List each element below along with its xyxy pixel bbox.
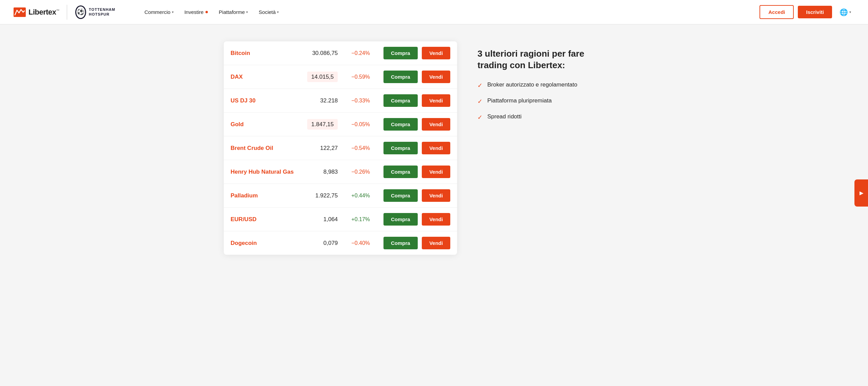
table-row: DAX 14.015,5 −0.59% Compra Vendi [224,65,457,89]
nav-societa[interactable]: Società ▾ [254,6,283,18]
asset-actions: Compra Vendi [377,231,457,255]
asset-change: −0.33% [344,89,377,113]
compra-button[interactable]: Compra [383,237,418,249]
feature-item: ✓Broker autorizzato e regolamentato [477,81,606,89]
accedi-button[interactable]: Accedi [760,5,794,19]
investire-dot [205,11,208,13]
nav-actions: Accedi Iscriviti 🌐 ▾ [760,5,854,19]
chevron-down-icon: ▾ [172,10,174,14]
asset-price: 122,27 [300,136,344,160]
asset-actions: Compra Vendi [377,184,457,208]
asset-price: 1.847,15 [300,113,344,136]
libertex-logo[interactable]: Libertex™ [14,7,59,17]
nav-investire[interactable]: Investire [180,6,213,18]
table-row: Palladium 1.922,75 +0.44% Compra Vendi [224,184,457,208]
compra-button[interactable]: Compra [383,118,418,131]
compra-button[interactable]: Compra [383,71,418,83]
asset-name: EUR/USD [224,208,300,231]
asset-change: −0.05% [344,113,377,136]
asset-name: Brent Crude Oil [224,136,300,160]
table-row: Henry Hub Natural Gas 8,983 −0.26% Compr… [224,160,457,184]
globe-icon: 🌐 [840,8,848,16]
feature-text: Spread ridotti [487,113,521,120]
asset-actions: Compra Vendi [377,89,457,113]
table-row: Bitcoin 30.086,75 −0.24% Compra Vendi [224,41,457,65]
language-selector[interactable]: 🌐 ▾ [836,6,854,18]
sidebar-info: 3 ulteriori ragioni per fare trading con… [477,41,606,128]
asset-change: −0.40% [344,231,377,255]
compra-button[interactable]: Compra [383,166,418,178]
check-icon: ✓ [477,98,482,105]
asset-name: DAX [224,65,300,89]
asset-actions: Compra Vendi [377,41,457,65]
check-icon: ✓ [477,82,482,89]
compra-button[interactable]: Compra [383,213,418,226]
nav-links: Commercio ▾ Investire Piattaforme ▾ Soci… [140,6,749,18]
chevron-down-icon: ▾ [277,10,279,14]
check-icon: ✓ [477,114,482,121]
iscriviti-button[interactable]: Iscriviti [798,6,832,18]
vendi-button[interactable]: Vendi [422,71,450,83]
asset-price: 1.922,75 [300,184,344,208]
vendi-button[interactable]: Vendi [422,213,450,226]
libertex-name: Libertex™ [28,8,59,17]
feature-text: Broker autorizzato e regolamentato [487,81,577,88]
asset-price: 32.218 [300,89,344,113]
feature-item: ✓Piattaforma pluripremiata [477,97,606,105]
float-button[interactable]: ▶ [854,179,868,207]
trading-table-wrapper: Bitcoin 30.086,75 −0.24% Compra Vendi DA… [224,41,457,255]
asset-actions: Compra Vendi [377,208,457,231]
table-row: US DJ 30 32.218 −0.33% Compra Vendi [224,89,457,113]
compra-button[interactable]: Compra [383,94,418,107]
asset-price: 0,079 [300,231,344,255]
asset-change: −0.54% [344,136,377,160]
compra-button[interactable]: Compra [383,189,418,202]
asset-name: Palladium [224,184,300,208]
table-row: Dogecoin 0,079 −0.40% Compra Vendi [224,231,457,255]
chevron-down-icon: ▾ [849,10,851,14]
vendi-button[interactable]: Vendi [422,189,450,202]
feature-item: ✓Spread ridotti [477,113,606,121]
trading-table: Bitcoin 30.086,75 −0.24% Compra Vendi DA… [224,41,457,255]
asset-price: 8,983 [300,160,344,184]
feature-list: ✓Broker autorizzato e regolamentato✓Piat… [477,81,606,121]
tottenham-logo[interactable]: ⚽ TOTTENHAM HOTSPUR [75,5,115,20]
table-row: Brent Crude Oil 122,27 −0.54% Compra Ven… [224,136,457,160]
compra-button[interactable]: Compra [383,142,418,154]
nav-piattaforme[interactable]: Piattaforme ▾ [214,6,253,18]
asset-name: Dogecoin [224,231,300,255]
libertex-icon [14,7,26,17]
vendi-button[interactable]: Vendi [422,142,450,154]
logo-area: Libertex™ ⚽ TOTTENHAM HOTSPUR [14,5,115,20]
asset-price: 14.015,5 [300,65,344,89]
asset-actions: Compra Vendi [377,160,457,184]
asset-change: −0.26% [344,160,377,184]
asset-change: +0.44% [344,184,377,208]
vendi-button[interactable]: Vendi [422,166,450,178]
asset-name: Bitcoin [224,41,300,65]
asset-price: 1,064 [300,208,344,231]
asset-actions: Compra Vendi [377,113,457,136]
vendi-button[interactable]: Vendi [422,118,450,131]
asset-change: −0.24% [344,41,377,65]
chevron-down-icon: ▾ [246,10,248,14]
asset-change: −0.59% [344,65,377,89]
asset-name: Henry Hub Natural Gas [224,160,300,184]
float-icon: ▶ [859,190,864,196]
navbar: Libertex™ ⚽ TOTTENHAM HOTSPUR Commercio … [0,0,868,24]
asset-name: Gold [224,113,300,136]
spurs-icon: ⚽ [75,5,87,20]
asset-name: US DJ 30 [224,89,300,113]
svg-text:⚽: ⚽ [77,8,85,16]
asset-actions: Compra Vendi [377,136,457,160]
feature-text: Piattaforma pluripremiata [487,97,552,104]
asset-price: 30.086,75 [300,41,344,65]
nav-commercio[interactable]: Commercio ▾ [140,6,178,18]
table-row: EUR/USD 1,064 +0.17% Compra Vendi [224,208,457,231]
table-row: Gold 1.847,15 −0.05% Compra Vendi [224,113,457,136]
vendi-button[interactable]: Vendi [422,237,450,249]
vendi-button[interactable]: Vendi [422,94,450,107]
spurs-name: TOTTENHAM HOTSPUR [89,7,115,16]
compra-button[interactable]: Compra [383,47,418,59]
vendi-button[interactable]: Vendi [422,47,450,59]
